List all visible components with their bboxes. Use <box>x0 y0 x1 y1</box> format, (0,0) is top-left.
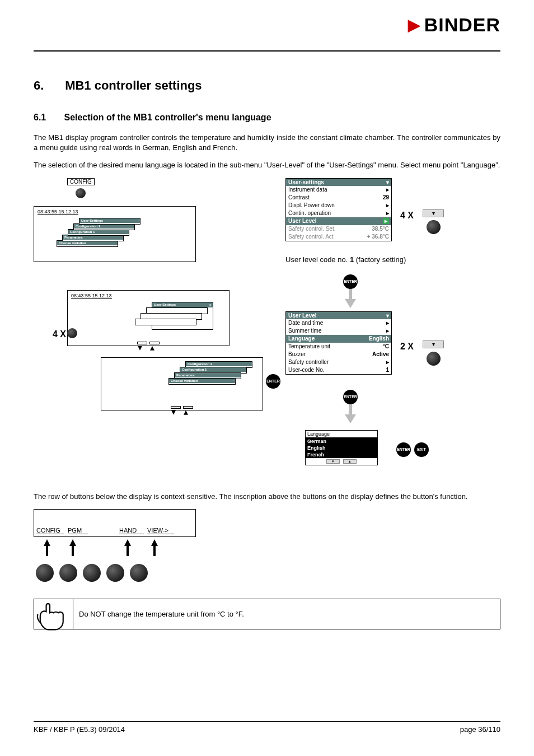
warning-box: Do NOT change the temperature unit from … <box>34 599 500 629</box>
pointing-hand-icon <box>34 595 73 633</box>
btn-label-view: VIEW-> <box>147 527 174 534</box>
diagram-area: CONFIG 08:43:55 15.12.13 Choose variatio… <box>34 178 500 492</box>
menu-row: Summer time▸ <box>286 327 391 335</box>
subsection-number: 6.1 <box>34 113 62 123</box>
menu-user-settings: User-settings▾ Instrument data▸Contrast2… <box>285 178 392 241</box>
brand-logo: ▶ BINDER <box>408 14 500 36</box>
knob-icon-2 <box>67 328 77 338</box>
menu-row: LanguageEnglish <box>286 335 391 343</box>
count-4x-left: 4 X <box>53 329 66 339</box>
knob-icon-4 <box>427 352 441 366</box>
buttons-diagram: CONFIG PGM HAND VIEW-> <box>34 509 196 582</box>
menu-row: Date and time▸ <box>286 319 391 327</box>
menu-row: Temperature unit°C <box>286 343 391 351</box>
knob-3 <box>83 564 101 582</box>
section-number: 6. <box>34 78 62 93</box>
knob-icon <box>76 188 86 198</box>
knob-4 <box>106 564 124 582</box>
count-2x: 2 X <box>400 342 414 352</box>
menu-row: User Level▸ <box>286 217 391 225</box>
menu-row: User-code No.1 <box>286 366 391 374</box>
header-rule <box>34 50 500 52</box>
menu-row: Displ. Power down▸ <box>286 202 391 209</box>
btn-label-pgm: PGM <box>68 527 88 534</box>
knob-2 <box>59 564 77 582</box>
warning-text: Do NOT change the temperature unit from … <box>73 599 500 629</box>
count-4x-right: 4 X <box>400 211 414 221</box>
menu-row: Instrument data▸ <box>286 186 391 194</box>
menu-row: Safety control. Set.38.5°C <box>286 225 391 233</box>
hand-icon <box>34 599 73 629</box>
knob-1 <box>36 564 54 582</box>
enter-button-3: ENTER <box>343 390 358 404</box>
enter-button-1: ENTER <box>266 374 280 389</box>
logo-mark-icon: ▶ <box>408 16 421 34</box>
menu-language: Language German English French ▾▴ <box>305 430 378 465</box>
config-label: CONFIG <box>67 178 95 185</box>
menu-row: Contin. operation▸ <box>286 209 391 217</box>
timestamp-2: 08:43:55 15.12.13 <box>71 293 112 299</box>
subsection-title: Selection of the MB1 controller's menu l… <box>64 113 271 122</box>
screen-3: Configuration 2 Configuration 1 Paramete… <box>101 357 263 410</box>
screen-1: 08:43:55 15.12.13 Choose variation Param… <box>34 206 196 262</box>
page-footer: KBF / KBF P (E5.3) 09/2014 page 36/110 <box>34 721 500 734</box>
btn-label-hand: HAND <box>119 527 144 534</box>
section-heading: 6. MB1 controller settings <box>34 78 500 93</box>
paragraph-1: The MB1 display program controller contr… <box>34 133 500 152</box>
footer-left: KBF / KBF P (E5.3) 09/2014 <box>34 725 125 734</box>
footer-right: page 36/110 <box>460 725 500 734</box>
paragraph-2: The selection of the desired menu langua… <box>34 160 500 170</box>
subsection-heading: 6.1 Selection of the MB1 controller's me… <box>34 113 500 123</box>
paragraph-3: The row of buttons below the display is … <box>34 492 500 502</box>
knob-icon-3 <box>427 220 441 234</box>
enter-button-4: ENTER <box>396 442 411 457</box>
screen-2: 08:43:55 15.12.13 User-Settings▾ ▾▴ <box>67 290 229 346</box>
down-key-1: ▾ <box>423 209 444 217</box>
menu-row: Contrast29 <box>286 194 391 202</box>
timestamp-1: 08:43:55 15.12.13 <box>38 209 78 215</box>
menu-row: BuzzerActive <box>286 351 391 358</box>
down-key-2: ▾ <box>423 340 444 348</box>
exit-button: EXIT <box>414 442 429 457</box>
enter-button-2: ENTER <box>343 274 358 289</box>
menu-user-level: User Level▾ Date and time▸Summer time▸La… <box>285 311 392 375</box>
menu-row: Safety controller▸ <box>286 358 391 366</box>
knob-5 <box>130 564 148 582</box>
section-title: MB1 controller settings <box>65 78 202 92</box>
btn-label-config: CONFIG <box>36 527 64 534</box>
user-level-note: User level code no. 1 (factory setting) <box>285 255 406 264</box>
brand-text: BINDER <box>424 14 500 36</box>
menu-row: Safety control. Act+ 36.8°C <box>286 233 391 241</box>
